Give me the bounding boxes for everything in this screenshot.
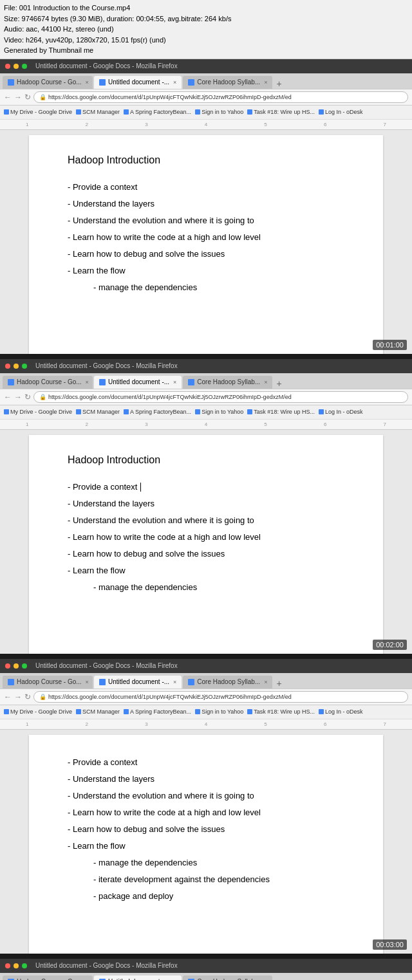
file-info-header: File: 001 Introduction to the Course.mp4… bbox=[0, 0, 412, 59]
back-btn-2[interactable]: ← bbox=[4, 393, 12, 402]
bookmark-23[interactable]: A Spring FactoryBean... bbox=[124, 409, 191, 415]
frame-1: Untitled document - Google Docs - Mozill… bbox=[0, 59, 412, 354]
doc-list-2: - Provide a context - Understand the lay… bbox=[68, 479, 344, 596]
list-item: - Learn how to debug and solve the issue… bbox=[68, 546, 344, 562]
reload-btn-2[interactable]: ↻ bbox=[24, 393, 31, 402]
address-field-1[interactable]: 🔒 https://docs.google.com/document/d/1pU… bbox=[33, 91, 408, 103]
tab-close-22[interactable]: × bbox=[173, 379, 176, 385]
address-field-3[interactable]: 🔒 https://docs.google.com/document/d/1pU… bbox=[33, 691, 408, 703]
tl-yellow-3[interactable] bbox=[14, 663, 19, 669]
tl-red-1[interactable] bbox=[5, 64, 10, 69]
timestamp-1: 00:01:00 bbox=[373, 340, 407, 350]
bookmark-2[interactable]: SCM Manager bbox=[76, 109, 120, 115]
bookmark-24[interactable]: Sign in to Yahoo bbox=[195, 409, 243, 415]
bm-favicon-4 bbox=[195, 109, 200, 115]
bookmarks-1: My Drive - Google Drive SCM Manager A Sp… bbox=[0, 106, 412, 120]
back-btn-3[interactable]: ← bbox=[4, 692, 12, 701]
lock-icon-2: 🔒 bbox=[39, 394, 46, 400]
tab-hadoop-course-2[interactable]: Hadoop Course - Go... × bbox=[3, 376, 93, 389]
list-item: - Learn how to debug and solve the issue… bbox=[68, 246, 344, 263]
timestamp-3: 00:03:00 bbox=[373, 939, 407, 950]
doc-list-1: - Provide a context - Understand the lay… bbox=[68, 179, 344, 296]
tl-red-2[interactable] bbox=[5, 364, 10, 369]
tl-red-3[interactable] bbox=[5, 663, 10, 669]
tl-green-3[interactable] bbox=[22, 663, 27, 669]
tab-untitled-4[interactable]: Untitled document -... × bbox=[94, 975, 182, 981]
list-item: - Learn how to write the code at a high … bbox=[68, 529, 344, 546]
tab-close-1[interactable]: × bbox=[86, 79, 89, 86]
back-btn-1[interactable]: ← bbox=[4, 93, 12, 102]
list-item: - Learn the flow bbox=[68, 263, 344, 279]
bookmark-22[interactable]: SCM Manager bbox=[76, 409, 120, 415]
bookmark-1[interactable]: My Drive - Google Drive bbox=[4, 109, 72, 115]
doc-page-1: Hadoop Introduction - Provide a context … bbox=[29, 135, 383, 354]
tabs-2: Hadoop Course - Go... × Untitled documen… bbox=[0, 373, 412, 389]
bm-favicon-1 bbox=[4, 109, 9, 115]
list-item: - Understand the evolution and where it … bbox=[68, 512, 344, 529]
tab-favicon-3 bbox=[188, 79, 194, 86]
file-info-line4: Video: h264, yuv420p, 1280x720, 15.01 fp… bbox=[4, 35, 408, 46]
bookmark-5[interactable]: Task #18: Wire up HS... bbox=[247, 109, 315, 115]
tab-untitled-1[interactable]: Untitled document -... × bbox=[94, 76, 182, 89]
bookmark-25[interactable]: Task #18: Wire up HS... bbox=[247, 409, 315, 415]
bookmarks-2: My Drive - Google Drive SCM Manager A Sp… bbox=[0, 405, 412, 420]
tab-label-1: Hadoop Course - Go... bbox=[17, 79, 82, 86]
tl-yellow-2[interactable] bbox=[14, 364, 19, 369]
tl-green-2[interactable] bbox=[22, 364, 27, 369]
ruler-3: 1234567 bbox=[0, 719, 412, 730]
address-text-2: https://docs.google.com/document/d/1pUnp… bbox=[48, 394, 292, 400]
new-tab-button-3[interactable]: + bbox=[274, 678, 284, 689]
bookmark-26[interactable]: Log In - oDesk bbox=[319, 409, 363, 415]
titlebar-2: Untitled document - Google Docs - Mozill… bbox=[0, 359, 412, 373]
ruler-marks-2: 1234567 bbox=[26, 421, 386, 427]
tl-green-4[interactable] bbox=[22, 963, 27, 968]
tl-yellow-1[interactable] bbox=[14, 64, 19, 69]
tl-yellow-4[interactable] bbox=[14, 963, 19, 968]
tab-untitled-2[interactable]: Untitled document -... × bbox=[94, 376, 182, 389]
tab-close-21[interactable]: × bbox=[86, 379, 89, 385]
forward-btn-2[interactable]: → bbox=[14, 393, 22, 402]
tab-favicon-23 bbox=[188, 379, 194, 385]
frame-2: Untitled document - Google Docs - Mozill… bbox=[0, 359, 412, 654]
doc-list-3: - Provide a context - Understand the lay… bbox=[68, 754, 344, 905]
list-item: - Understand the layers bbox=[68, 495, 344, 512]
tab-close-23[interactable]: × bbox=[264, 379, 267, 385]
doc-area-3: 1234567 - Provide a context - Understand… bbox=[0, 719, 412, 954]
browser-chrome-2: Untitled document - Google Docs - Mozill… bbox=[0, 359, 412, 420]
new-tab-button-2[interactable]: + bbox=[274, 378, 284, 389]
tl-green-1[interactable] bbox=[22, 64, 27, 69]
list-item: - Understand the evolution and where it … bbox=[68, 212, 344, 229]
tab-hadoop-course-1[interactable]: Hadoop Course - Go... × bbox=[3, 76, 93, 89]
tab-core-hadoop-3[interactable]: Core Hadoop Syllab... × bbox=[183, 676, 272, 689]
bookmark-3[interactable]: A Spring FactoryBean... bbox=[124, 109, 191, 115]
bookmark-6[interactable]: Log In - oDesk bbox=[319, 109, 363, 115]
titlebar-3: Untitled document - Google Docs - Mozill… bbox=[0, 659, 412, 673]
tab-core-hadoop-4[interactable]: Core Hadoop Syllab... × bbox=[183, 975, 272, 981]
tab-hadoop-course-3[interactable]: Hadoop Course - Go... × bbox=[3, 676, 93, 689]
tl-red-4[interactable] bbox=[5, 963, 10, 968]
doc-title-1: Hadoop Introduction bbox=[68, 154, 344, 166]
tab-core-hadoop-1[interactable]: Core Hadoop Syllab... × bbox=[183, 76, 272, 89]
list-item: - Understand the layers bbox=[68, 771, 344, 788]
new-tab-button-1[interactable]: + bbox=[274, 79, 284, 89]
lock-icon-1: 🔒 bbox=[39, 94, 46, 100]
tab-hadoop-course-4[interactable]: Hadoop Course - Go... × bbox=[3, 975, 93, 981]
address-field-2[interactable]: 🔒 https://docs.google.com/document/d/1pU… bbox=[33, 391, 408, 403]
tab-core-hadoop-2[interactable]: Core Hadoop Syllab... × bbox=[183, 376, 272, 389]
reload-btn-1[interactable]: ↻ bbox=[24, 93, 31, 102]
forward-btn-3[interactable]: → bbox=[14, 692, 22, 701]
reload-btn-3[interactable]: ↻ bbox=[24, 692, 31, 701]
tab-favicon-22 bbox=[99, 379, 106, 385]
browser-title-3: Untitled document - Google Docs - Mozill… bbox=[35, 662, 178, 669]
doc-page-2: Hadoop Introduction - Provide a context … bbox=[29, 435, 383, 654]
bookmark-21[interactable]: My Drive - Google Drive bbox=[4, 409, 72, 415]
list-item: - Learn the flow bbox=[68, 562, 344, 579]
list-item: - Provide a context bbox=[68, 479, 344, 495]
list-item: - Provide a context bbox=[68, 179, 344, 196]
tab-untitled-3[interactable]: Untitled document -... × bbox=[94, 676, 182, 689]
forward-btn-1[interactable]: → bbox=[14, 93, 22, 102]
bookmark-4[interactable]: Sign in to Yahoo bbox=[195, 109, 243, 115]
new-tab-button-4[interactable]: + bbox=[274, 978, 284, 981]
tab-close-3[interactable]: × bbox=[264, 79, 267, 86]
tab-close-2[interactable]: × bbox=[173, 79, 176, 86]
